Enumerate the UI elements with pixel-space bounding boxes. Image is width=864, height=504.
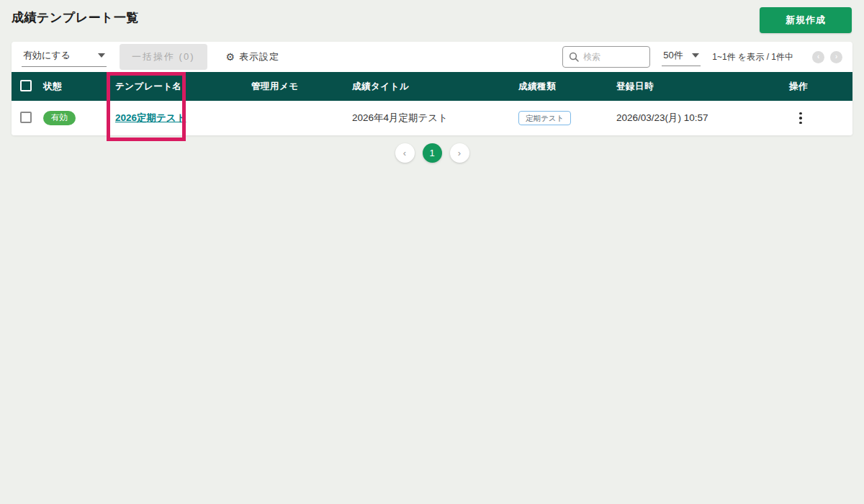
column-grade-type: 成績種類 xyxy=(513,81,611,93)
row-actions-cell xyxy=(783,110,852,127)
kebab-menu-icon[interactable] xyxy=(793,110,808,127)
list-card: 有効にする 一括操作 (0) ⚙ 表示設定 50件 1~1件 を表示 / 1件中… xyxy=(12,42,852,135)
page-title: 成績テンプレート一覧 xyxy=(12,9,139,26)
column-actions: 操作 xyxy=(783,81,852,93)
row-registered-at-cell: 2026/03/23(月) 10:57 xyxy=(611,112,783,125)
page-size-select[interactable]: 50件 xyxy=(662,48,701,66)
row-checkbox-cell xyxy=(12,112,37,125)
gear-icon: ⚙ xyxy=(226,52,236,62)
toolbar-right: 50件 1~1件 を表示 / 1件中 ‹ › xyxy=(562,46,842,68)
table-header: 状態 テンプレート名 管理用メモ 成績タイトル 成績種類 登録日時 操作 xyxy=(12,72,852,101)
table-row: 有効 2026定期テスト 2026年4月定期テスト 定期テスト 2026/03/… xyxy=(12,101,852,135)
header-checkbox-cell xyxy=(12,80,37,94)
template-name-link[interactable]: 2026定期テスト xyxy=(115,112,186,123)
column-status: 状態 xyxy=(37,81,107,93)
column-template-name: テンプレート名 xyxy=(107,81,246,93)
row-template-name-cell: 2026定期テスト xyxy=(107,112,246,125)
prev-page-icon[interactable]: ‹ xyxy=(812,51,824,63)
search-box[interactable] xyxy=(562,46,650,68)
row-grade-title-cell: 2026年4月定期テスト xyxy=(346,112,513,125)
row-grade-type-cell: 定期テスト xyxy=(513,111,611,126)
result-summary: 1~1件 を表示 / 1件中 xyxy=(712,51,793,63)
pagination-next-icon[interactable]: › xyxy=(450,143,469,163)
pagination: ‹ 1 › xyxy=(0,143,864,163)
bulk-status-select[interactable]: 有効にする xyxy=(22,47,107,67)
create-new-button[interactable]: 新規作成 xyxy=(760,7,852,33)
list-nav: ‹ › xyxy=(812,51,842,63)
status-badge: 有効 xyxy=(43,111,76,125)
column-memo: 管理用メモ xyxy=(246,81,346,93)
search-input[interactable] xyxy=(583,52,641,62)
pagination-prev-icon[interactable]: ‹ xyxy=(395,143,415,163)
chevron-down-icon xyxy=(98,53,105,58)
select-all-checkbox[interactable] xyxy=(20,80,32,91)
column-grade-title: 成績タイトル xyxy=(346,81,513,93)
bulk-action-button[interactable]: 一括操作 (0) xyxy=(120,44,207,70)
display-settings-label: 表示設定 xyxy=(239,50,279,63)
next-page-icon[interactable]: › xyxy=(830,51,842,63)
row-checkbox[interactable] xyxy=(20,112,32,123)
row-status-cell: 有効 xyxy=(37,111,107,125)
toolbar: 有効にする 一括操作 (0) ⚙ 表示設定 50件 1~1件 を表示 / 1件中… xyxy=(12,42,852,72)
chevron-down-icon xyxy=(692,53,699,58)
column-registered-at: 登録日時 xyxy=(611,81,783,93)
display-settings-button[interactable]: ⚙ 表示設定 xyxy=(226,50,280,63)
pagination-page-1[interactable]: 1 xyxy=(423,143,442,163)
search-icon xyxy=(569,52,579,62)
bulk-status-select-value: 有効にする xyxy=(23,49,71,62)
page-size-value: 50件 xyxy=(663,49,683,62)
grade-type-badge: 定期テスト xyxy=(518,111,571,126)
